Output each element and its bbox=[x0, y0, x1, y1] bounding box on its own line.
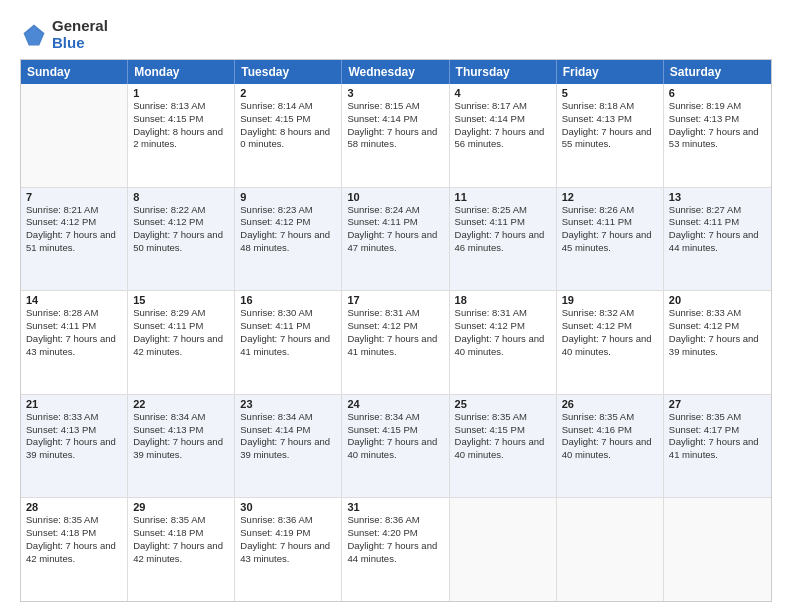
calendar-day-28: 28Sunrise: 8:35 AMSunset: 4:18 PMDayligh… bbox=[21, 498, 128, 601]
header-day-friday: Friday bbox=[557, 60, 664, 84]
calendar-day-7: 7Sunrise: 8:21 AMSunset: 4:12 PMDaylight… bbox=[21, 188, 128, 291]
calendar: SundayMondayTuesdayWednesdayThursdayFrid… bbox=[20, 59, 772, 602]
calendar-day-19: 19Sunrise: 8:32 AMSunset: 4:12 PMDayligh… bbox=[557, 291, 664, 394]
day-info: Sunrise: 8:31 AMSunset: 4:12 PMDaylight:… bbox=[347, 307, 443, 358]
day-number: 12 bbox=[562, 191, 658, 203]
day-number: 10 bbox=[347, 191, 443, 203]
calendar-week-3: 14Sunrise: 8:28 AMSunset: 4:11 PMDayligh… bbox=[21, 290, 771, 394]
page: General Blue SundayMondayTuesdayWednesda… bbox=[0, 0, 792, 612]
day-info: Sunrise: 8:13 AMSunset: 4:15 PMDaylight:… bbox=[133, 100, 229, 151]
day-number: 17 bbox=[347, 294, 443, 306]
day-number: 27 bbox=[669, 398, 766, 410]
calendar-day-11: 11Sunrise: 8:25 AMSunset: 4:11 PMDayligh… bbox=[450, 188, 557, 291]
calendar-day-21: 21Sunrise: 8:33 AMSunset: 4:13 PMDayligh… bbox=[21, 395, 128, 498]
day-number: 15 bbox=[133, 294, 229, 306]
day-info: Sunrise: 8:35 AMSunset: 4:18 PMDaylight:… bbox=[133, 514, 229, 565]
day-info: Sunrise: 8:34 AMSunset: 4:15 PMDaylight:… bbox=[347, 411, 443, 462]
calendar-day-29: 29Sunrise: 8:35 AMSunset: 4:18 PMDayligh… bbox=[128, 498, 235, 601]
day-number: 28 bbox=[26, 501, 122, 513]
day-info: Sunrise: 8:36 AMSunset: 4:19 PMDaylight:… bbox=[240, 514, 336, 565]
day-info: Sunrise: 8:35 AMSunset: 4:18 PMDaylight:… bbox=[26, 514, 122, 565]
day-number: 25 bbox=[455, 398, 551, 410]
header-day-wednesday: Wednesday bbox=[342, 60, 449, 84]
calendar-day-14: 14Sunrise: 8:28 AMSunset: 4:11 PMDayligh… bbox=[21, 291, 128, 394]
calendar-day-15: 15Sunrise: 8:29 AMSunset: 4:11 PMDayligh… bbox=[128, 291, 235, 394]
day-number: 26 bbox=[562, 398, 658, 410]
calendar-header: SundayMondayTuesdayWednesdayThursdayFrid… bbox=[21, 60, 771, 84]
logo-text: General Blue bbox=[52, 18, 108, 51]
day-info: Sunrise: 8:21 AMSunset: 4:12 PMDaylight:… bbox=[26, 204, 122, 255]
calendar-day-18: 18Sunrise: 8:31 AMSunset: 4:12 PMDayligh… bbox=[450, 291, 557, 394]
day-number: 4 bbox=[455, 87, 551, 99]
calendar-body: 1Sunrise: 8:13 AMSunset: 4:15 PMDaylight… bbox=[21, 84, 771, 601]
day-info: Sunrise: 8:36 AMSunset: 4:20 PMDaylight:… bbox=[347, 514, 443, 565]
calendar-day-23: 23Sunrise: 8:34 AMSunset: 4:14 PMDayligh… bbox=[235, 395, 342, 498]
day-info: Sunrise: 8:33 AMSunset: 4:13 PMDaylight:… bbox=[26, 411, 122, 462]
day-info: Sunrise: 8:14 AMSunset: 4:15 PMDaylight:… bbox=[240, 100, 336, 151]
day-info: Sunrise: 8:28 AMSunset: 4:11 PMDaylight:… bbox=[26, 307, 122, 358]
day-info: Sunrise: 8:19 AMSunset: 4:13 PMDaylight:… bbox=[669, 100, 766, 151]
day-number: 8 bbox=[133, 191, 229, 203]
calendar-day-3: 3Sunrise: 8:15 AMSunset: 4:14 PMDaylight… bbox=[342, 84, 449, 187]
logo-icon bbox=[20, 21, 48, 49]
calendar-day-empty bbox=[450, 498, 557, 601]
calendar-day-25: 25Sunrise: 8:35 AMSunset: 4:15 PMDayligh… bbox=[450, 395, 557, 498]
day-number: 19 bbox=[562, 294, 658, 306]
day-number: 22 bbox=[133, 398, 229, 410]
calendar-day-27: 27Sunrise: 8:35 AMSunset: 4:17 PMDayligh… bbox=[664, 395, 771, 498]
day-info: Sunrise: 8:34 AMSunset: 4:14 PMDaylight:… bbox=[240, 411, 336, 462]
calendar-week-5: 28Sunrise: 8:35 AMSunset: 4:18 PMDayligh… bbox=[21, 497, 771, 601]
header-day-saturday: Saturday bbox=[664, 60, 771, 84]
day-info: Sunrise: 8:18 AMSunset: 4:13 PMDaylight:… bbox=[562, 100, 658, 151]
day-info: Sunrise: 8:33 AMSunset: 4:12 PMDaylight:… bbox=[669, 307, 766, 358]
calendar-day-1: 1Sunrise: 8:13 AMSunset: 4:15 PMDaylight… bbox=[128, 84, 235, 187]
calendar-day-12: 12Sunrise: 8:26 AMSunset: 4:11 PMDayligh… bbox=[557, 188, 664, 291]
day-number: 23 bbox=[240, 398, 336, 410]
calendar-day-26: 26Sunrise: 8:35 AMSunset: 4:16 PMDayligh… bbox=[557, 395, 664, 498]
calendar-week-4: 21Sunrise: 8:33 AMSunset: 4:13 PMDayligh… bbox=[21, 394, 771, 498]
day-number: 31 bbox=[347, 501, 443, 513]
day-info: Sunrise: 8:29 AMSunset: 4:11 PMDaylight:… bbox=[133, 307, 229, 358]
day-info: Sunrise: 8:35 AMSunset: 4:17 PMDaylight:… bbox=[669, 411, 766, 462]
day-info: Sunrise: 8:17 AMSunset: 4:14 PMDaylight:… bbox=[455, 100, 551, 151]
day-info: Sunrise: 8:31 AMSunset: 4:12 PMDaylight:… bbox=[455, 307, 551, 358]
day-number: 11 bbox=[455, 191, 551, 203]
header: General Blue bbox=[20, 18, 772, 51]
day-info: Sunrise: 8:35 AMSunset: 4:16 PMDaylight:… bbox=[562, 411, 658, 462]
day-number: 24 bbox=[347, 398, 443, 410]
calendar-day-8: 8Sunrise: 8:22 AMSunset: 4:12 PMDaylight… bbox=[128, 188, 235, 291]
header-day-monday: Monday bbox=[128, 60, 235, 84]
calendar-day-16: 16Sunrise: 8:30 AMSunset: 4:11 PMDayligh… bbox=[235, 291, 342, 394]
day-number: 20 bbox=[669, 294, 766, 306]
day-number: 18 bbox=[455, 294, 551, 306]
day-number: 7 bbox=[26, 191, 122, 203]
calendar-day-22: 22Sunrise: 8:34 AMSunset: 4:13 PMDayligh… bbox=[128, 395, 235, 498]
day-info: Sunrise: 8:34 AMSunset: 4:13 PMDaylight:… bbox=[133, 411, 229, 462]
day-number: 14 bbox=[26, 294, 122, 306]
calendar-day-13: 13Sunrise: 8:27 AMSunset: 4:11 PMDayligh… bbox=[664, 188, 771, 291]
day-info: Sunrise: 8:22 AMSunset: 4:12 PMDaylight:… bbox=[133, 204, 229, 255]
header-day-thursday: Thursday bbox=[450, 60, 557, 84]
day-number: 29 bbox=[133, 501, 229, 513]
day-info: Sunrise: 8:15 AMSunset: 4:14 PMDaylight:… bbox=[347, 100, 443, 151]
calendar-day-30: 30Sunrise: 8:36 AMSunset: 4:19 PMDayligh… bbox=[235, 498, 342, 601]
day-number: 21 bbox=[26, 398, 122, 410]
day-number: 9 bbox=[240, 191, 336, 203]
calendar-day-20: 20Sunrise: 8:33 AMSunset: 4:12 PMDayligh… bbox=[664, 291, 771, 394]
day-info: Sunrise: 8:25 AMSunset: 4:11 PMDaylight:… bbox=[455, 204, 551, 255]
day-info: Sunrise: 8:26 AMSunset: 4:11 PMDaylight:… bbox=[562, 204, 658, 255]
calendar-day-6: 6Sunrise: 8:19 AMSunset: 4:13 PMDaylight… bbox=[664, 84, 771, 187]
day-info: Sunrise: 8:23 AMSunset: 4:12 PMDaylight:… bbox=[240, 204, 336, 255]
day-info: Sunrise: 8:32 AMSunset: 4:12 PMDaylight:… bbox=[562, 307, 658, 358]
day-number: 6 bbox=[669, 87, 766, 99]
calendar-day-2: 2Sunrise: 8:14 AMSunset: 4:15 PMDaylight… bbox=[235, 84, 342, 187]
day-number: 13 bbox=[669, 191, 766, 203]
day-info: Sunrise: 8:30 AMSunset: 4:11 PMDaylight:… bbox=[240, 307, 336, 358]
calendar-week-1: 1Sunrise: 8:13 AMSunset: 4:15 PMDaylight… bbox=[21, 84, 771, 187]
calendar-day-5: 5Sunrise: 8:18 AMSunset: 4:13 PMDaylight… bbox=[557, 84, 664, 187]
calendar-day-10: 10Sunrise: 8:24 AMSunset: 4:11 PMDayligh… bbox=[342, 188, 449, 291]
day-info: Sunrise: 8:35 AMSunset: 4:15 PMDaylight:… bbox=[455, 411, 551, 462]
day-number: 2 bbox=[240, 87, 336, 99]
day-number: 16 bbox=[240, 294, 336, 306]
calendar-day-24: 24Sunrise: 8:34 AMSunset: 4:15 PMDayligh… bbox=[342, 395, 449, 498]
